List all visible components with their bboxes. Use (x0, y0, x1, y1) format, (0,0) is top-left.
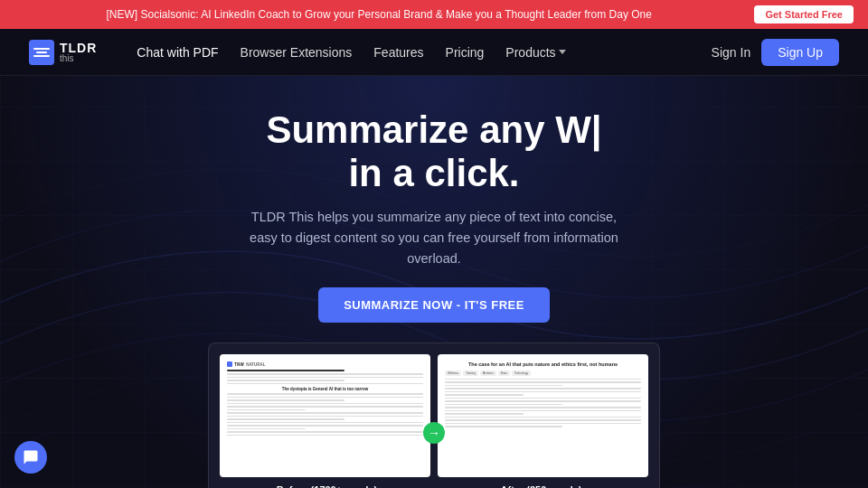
announcement-cta[interactable]: Get Started Free (754, 5, 854, 23)
announcement-text: [NEW] Socialsonic: AI LinkedIn Coach to … (14, 8, 743, 21)
before-panel: TNW NATURAL The dystopia is General AI t… (220, 354, 430, 477)
arrow-icon: → (423, 422, 445, 444)
demo-labels: Before (1700+ words) After (250 words) (209, 484, 659, 488)
signup-button[interactable]: Sign Up (761, 39, 839, 66)
hero-subtitle: TLDR This helps you summarize any piece … (244, 207, 624, 270)
nav-chat-with-pdf[interactable]: Chat with PDF (126, 40, 229, 65)
signin-button[interactable]: Sign In (712, 45, 751, 60)
nav-links: Chat with PDF Browser Extensions Feature… (126, 40, 711, 65)
demo-container: TNW NATURAL The dystopia is General AI t… (208, 343, 660, 488)
hero-section: Summarize any W| in a click. TLDR This h… (0, 76, 868, 488)
summarize-cta-button[interactable]: SUMMARIZE NOW - IT'S FREE (318, 287, 550, 323)
nav-features[interactable]: Features (363, 40, 434, 65)
nav-products[interactable]: Products (495, 40, 576, 65)
hero-heading: Summarize any W| in a click. (18, 108, 850, 196)
demo-panels: TNW NATURAL The dystopia is General AI t… (209, 343, 659, 488)
navbar: TLDR this Chat with PDF Browser Extensio… (0, 29, 868, 76)
nav-browser-extensions[interactable]: Browser Extensions (230, 40, 363, 65)
chat-button[interactable] (14, 441, 47, 474)
after-panel: The case for an AI that puts nature and … (438, 354, 648, 477)
announcement-bar: [NEW] Socialsonic: AI LinkedIn Coach to … (0, 0, 868, 29)
nav-pricing[interactable]: Pricing (435, 40, 495, 65)
tnw-logo-icon (227, 361, 232, 367)
logo-icon (29, 40, 54, 65)
before-label: Before (1700+ words) (220, 484, 434, 488)
chat-icon (23, 449, 39, 465)
chevron-down-icon (559, 50, 566, 54)
arrow-connector: → (423, 422, 445, 444)
after-label: After (250 words) (434, 484, 648, 488)
demo-section: TNW NATURAL The dystopia is General AI t… (18, 343, 850, 488)
logo[interactable]: TLDR this (29, 40, 97, 65)
nav-auth: Sign In Sign Up (712, 39, 839, 66)
